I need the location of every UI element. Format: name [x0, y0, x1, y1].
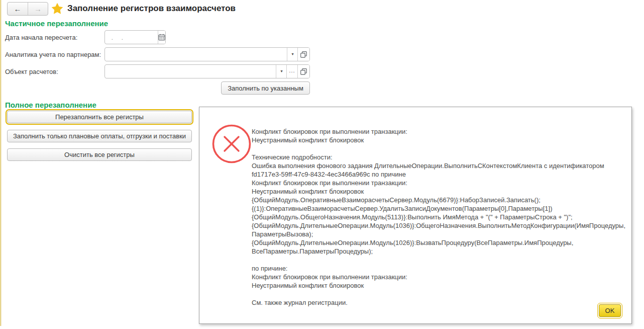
error-message-line [252, 256, 618, 264]
recalc-start-date-input[interactable] [105, 31, 158, 44]
settlement-object-choose-button[interactable]: ... [286, 65, 297, 78]
refill-all-registers-button[interactable]: Перезаполнить все регистры [7, 111, 192, 123]
error-message-line: Конфликт блокировок при выполнении транз… [252, 179, 618, 187]
error-message-line: fd1717e3-59ff-47c9-8432-4ec3466a969c по … [252, 170, 618, 179]
partner-analytics-label: Аналитика учета по партнерам: [5, 51, 101, 58]
fill-planned-payments-button[interactable]: Заполнить только плановые оплаты, отгруз… [7, 130, 192, 142]
open-window-icon [300, 51, 307, 58]
partner-analytics-input[interactable] [105, 48, 287, 61]
error-message-line: Неустранимый конфликт блокировок [252, 187, 618, 196]
settlement-object-input[interactable] [105, 65, 276, 78]
section-title-full: Полное перезаполнение [5, 101, 96, 109]
clear-all-registers-button[interactable]: Очистить все регистры [7, 148, 192, 161]
error-dialog: Конфликт блокировок при выполнении транз… [199, 107, 632, 324]
settlement-object-label: Объект расчетов: [5, 68, 58, 75]
nav-history-group: ← → [7, 2, 48, 16]
error-message-lines: Конфликт блокировок при выполнении транз… [252, 127, 618, 307]
date-field-group [104, 30, 166, 44]
back-button[interactable]: ← [8, 3, 28, 15]
date-field-label: Дата начала пересчета: [5, 34, 77, 41]
error-message-line: {ОбщийМодуль.ДлительныеОперации.Модуль(1… [252, 238, 618, 247]
error-message-line: Технические подробности: [252, 153, 618, 161]
partner-analytics-open-button[interactable] [297, 48, 309, 61]
error-message-line: {(1)}:ОперативныеВзаиморасчетыСервер.Уда… [252, 204, 618, 213]
app-window: ← → Заполнение регистров взаиморасчетов … [0, 0, 644, 329]
error-message-line: Неустранимый конфликт блокировок [252, 281, 618, 290]
error-message-line: по причине: [252, 264, 618, 273]
error-message-line [252, 144, 618, 153]
error-message-line: ПараметрыВызова); [252, 230, 618, 238]
open-window-icon [300, 68, 307, 75]
settlement-object-open-button[interactable] [297, 65, 309, 78]
back-arrow-icon: ← [14, 5, 22, 13]
error-message-line [252, 290, 618, 298]
ellipsis-icon: ... [289, 67, 295, 73]
error-message-line: {ОбщийМодуль.ОперативныеВзаиморасчетыСер… [252, 196, 618, 204]
fill-by-specified-button[interactable]: Заполнить по указанным [221, 81, 310, 95]
chevron-down-icon: ▼ [279, 69, 283, 73]
error-message-line: ВсеПараметры.ПараметрыПроцедуры); [252, 247, 618, 256]
error-message-line: {ОбщийМодуль.ДлительныеОперации.Модуль(1… [252, 221, 618, 230]
error-message-line: Неустранимый конфликт блокировок [252, 136, 618, 144]
error-message-line: Конфликт блокировок при выполнении транз… [252, 273, 618, 281]
ok-button[interactable]: OK [599, 304, 621, 317]
chevron-down-icon: ▼ [290, 52, 294, 56]
partner-analytics-field-group: ▼ [104, 47, 310, 61]
form-left-accent [0, 0, 2, 326]
favorite-star-icon[interactable] [51, 2, 64, 15]
calendar-icon [158, 34, 165, 41]
forward-button[interactable]: → [28, 3, 48, 15]
error-message-line: {ОбщийМодуль.ОбщегоНазначения.Модуль(511… [252, 213, 618, 221]
forward-arrow-icon: → [34, 5, 42, 13]
settlement-object-field-group: ▼ ... [104, 64, 310, 78]
error-message-line: Ошибка выполнения фонового задания Длите… [252, 161, 618, 170]
settlement-object-dropdown-button[interactable]: ▼ [276, 65, 286, 78]
partner-analytics-dropdown-button[interactable]: ▼ [287, 48, 297, 61]
section-title-partial: Частичное перезаполнение [5, 19, 108, 28]
calendar-picker-button[interactable] [158, 31, 165, 44]
error-message-line: См. также журнал регистрации. [252, 298, 618, 307]
error-x-circle-icon [211, 124, 252, 164]
page-title: Заполнение регистров взаиморасчетов [67, 4, 236, 14]
error-message-line: Конфликт блокировок при выполнении транз… [252, 127, 618, 136]
